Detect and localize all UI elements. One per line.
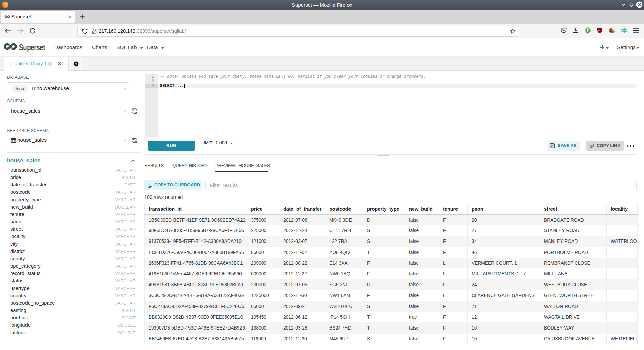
svg-text:uO: uO [598, 29, 601, 32]
